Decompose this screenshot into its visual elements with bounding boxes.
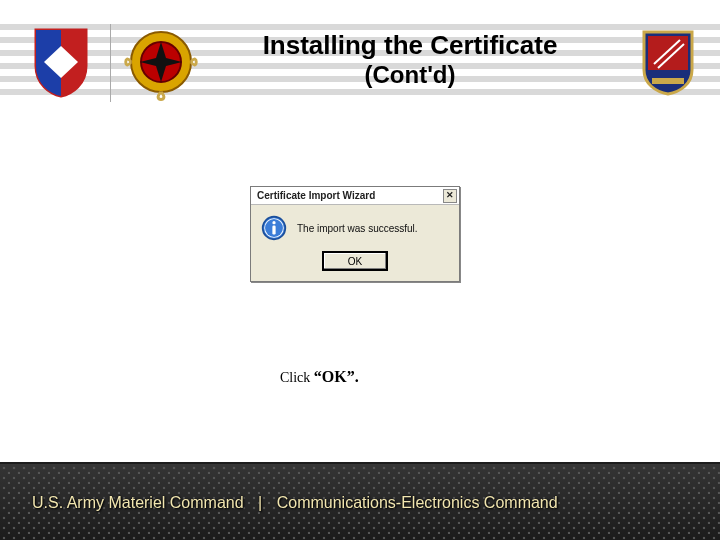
footer-left: U.S. Army Materiel Command <box>32 494 244 511</box>
dialog-message: The import was successful. <box>297 223 418 234</box>
instruction-text: Click “OK”. <box>280 368 359 386</box>
amc-shield-crest-icon <box>32 26 90 98</box>
slide: Installing the Certificate (Cont'd) Cert… <box>0 0 720 540</box>
rocket-unit-crest-icon <box>640 30 696 96</box>
footer-text: U.S. Army Materiel Command | Communicati… <box>32 494 692 512</box>
header-divider <box>110 24 111 102</box>
info-icon <box>261 215 287 241</box>
instruction-click: Click <box>280 370 314 385</box>
ok-button-label: OK <box>348 256 362 267</box>
dialog-button-row: OK <box>251 247 459 281</box>
dialog-titlebar: Certificate Import Wizard ✕ <box>251 187 459 205</box>
title-line-1: Installing the Certificate <box>263 30 558 60</box>
svg-rect-3 <box>648 36 688 70</box>
footer: U.S. Army Materiel Command | Communicati… <box>0 462 720 540</box>
ok-button[interactable]: OK <box>322 251 388 271</box>
footer-right: Communications-Electronics Command <box>277 494 558 511</box>
star-compass-crest-icon <box>122 22 200 104</box>
dialog-close-button[interactable]: ✕ <box>443 189 457 203</box>
instruction-ok: “OK”. <box>314 368 359 385</box>
certificate-import-dialog: Certificate Import Wizard ✕ The import w… <box>250 186 460 282</box>
title-line-2: (Cont'd) <box>210 61 610 90</box>
page-title: Installing the Certificate (Cont'd) <box>210 30 610 90</box>
close-icon: ✕ <box>446 191 454 200</box>
dialog-body: The import was successful. <box>251 205 459 247</box>
footer-separator: | <box>248 494 272 511</box>
svg-rect-6 <box>652 78 684 84</box>
dialog-title: Certificate Import Wizard <box>257 190 375 201</box>
svg-point-10 <box>272 221 275 224</box>
svg-rect-11 <box>272 226 275 235</box>
